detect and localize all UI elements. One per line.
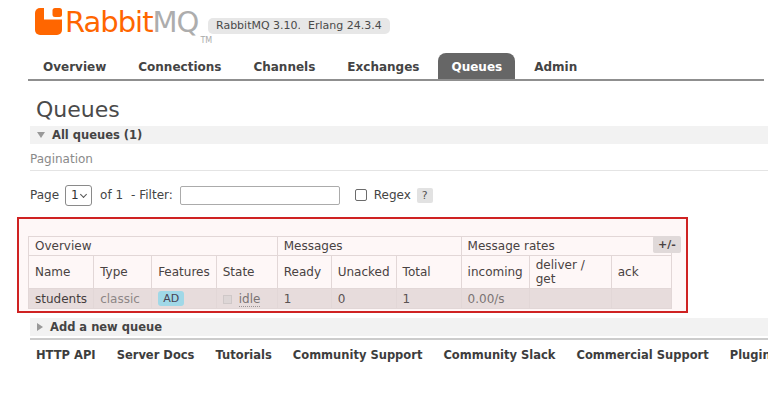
regex-label: Regex (374, 188, 411, 202)
table-column-header-row: Name Type Features State Ready Unacked T… (29, 256, 672, 289)
queue-type-cell: classic (94, 289, 152, 309)
column-header-ack[interactable]: ack (611, 256, 671, 289)
column-header-type[interactable]: Type (94, 256, 152, 289)
brand-wordmark: RabbitMQ TM (65, 8, 212, 55)
auto-delete-badge: AD (158, 291, 184, 306)
footer-link-tutorials[interactable]: Tutorials (215, 348, 271, 362)
tab-channels[interactable]: Channels (240, 53, 328, 80)
queue-ready-cell: 1 (277, 289, 331, 309)
queue-state-label: idle (239, 292, 261, 307)
column-header-state[interactable]: State (216, 256, 277, 289)
footer-link-community-slack[interactable]: Community Slack (443, 348, 555, 362)
all-queues-section-label: All queues (1) (52, 128, 142, 142)
chevron-down-icon (80, 190, 87, 197)
table-group-header-row: Overview Messages Message rates (29, 237, 672, 256)
page-count-label: of 1 (100, 188, 123, 202)
column-header-unacked[interactable]: Unacked (331, 256, 396, 289)
footer-link-server-docs[interactable]: Server Docs (117, 348, 195, 362)
rabbitmq-logo-icon (35, 8, 62, 35)
add-queue-section-label: Add a new queue (50, 320, 162, 334)
tab-exchanges[interactable]: Exchanges (334, 53, 432, 80)
queue-total-cell: 1 (396, 289, 461, 309)
pagination-heading: Pagination (30, 152, 93, 166)
column-header-features: Features (152, 256, 217, 289)
state-indicator-icon (223, 295, 232, 304)
queue-name-cell[interactable]: students (29, 289, 94, 309)
rabbitmq-management-page: RabbitMQ TM RabbitMQ 3.10.1 Erlang 24.3.… (0, 0, 768, 420)
add-queue-section-toggle[interactable]: Add a new queue (30, 318, 768, 336)
queue-incoming-rate-cell: 0.00/s (461, 289, 529, 309)
nav-tabs: Overview Connections Channels Exchanges … (30, 53, 596, 80)
collapse-triangle-icon (37, 132, 45, 138)
tab-overview[interactable]: Overview (30, 53, 119, 80)
column-header-deliver-get[interactable]: deliver / get (529, 256, 611, 289)
page-select[interactable]: 1 (65, 185, 92, 206)
footer-divider (30, 338, 768, 340)
queue-ack-cell (611, 289, 671, 309)
filter-input[interactable] (180, 186, 340, 205)
queue-row-students[interactable]: students classic AD idle 1 0 1 0.00/s (29, 289, 672, 309)
page-select-value: 1 (71, 188, 79, 202)
column-header-name[interactable]: Name (29, 256, 94, 289)
footer-link-community-support[interactable]: Community Support (293, 348, 423, 362)
page-label: Page (30, 188, 59, 202)
column-header-incoming[interactable]: incoming (461, 256, 529, 289)
pagination-divider (30, 170, 768, 171)
tab-admin[interactable]: Admin (521, 53, 590, 80)
column-header-ready[interactable]: Ready (277, 256, 331, 289)
footer-link-plugins[interactable]: Plugins (730, 348, 768, 362)
group-header-messages: Messages (277, 237, 461, 256)
queue-deliver-get-cell (529, 289, 611, 309)
brand-mq: MQ (153, 8, 199, 37)
regex-checkbox[interactable] (355, 189, 367, 201)
group-header-overview: Overview (29, 237, 278, 256)
queues-table: Overview Messages Message rates Name Typ… (28, 236, 672, 309)
tabbar-divider (28, 79, 764, 81)
page-title: Queues (36, 97, 120, 122)
toggle-columns-button[interactable]: +/- (653, 236, 681, 253)
logo[interactable]: RabbitMQ TM (35, 8, 212, 55)
expand-triangle-icon (37, 323, 43, 331)
filter-label: - Filter: (131, 188, 173, 202)
footer-link-http-api[interactable]: HTTP API (36, 348, 96, 362)
footer-links: HTTP API Server Docs Tutorials Community… (36, 348, 768, 362)
brand-rabbit: Rabbit (65, 8, 153, 37)
all-queues-section-toggle[interactable]: All queues (1) (30, 126, 768, 144)
column-header-total[interactable]: Total (396, 256, 461, 289)
erlang-version-badge: Erlang 24.3.4 (300, 18, 390, 34)
tab-queues[interactable]: Queues (438, 53, 515, 80)
queue-state-cell: idle (216, 289, 277, 309)
pagination-controls: Page 1 of 1 - Filter: Regex ? (30, 183, 433, 207)
group-header-message-rates: Message rates (461, 237, 671, 256)
queue-features-cell: AD (152, 289, 217, 309)
tab-connections[interactable]: Connections (125, 53, 234, 80)
queue-unacked-cell: 0 (331, 289, 396, 309)
regex-help-button[interactable]: ? (417, 188, 433, 203)
footer-link-commercial-support[interactable]: Commercial Support (577, 348, 709, 362)
